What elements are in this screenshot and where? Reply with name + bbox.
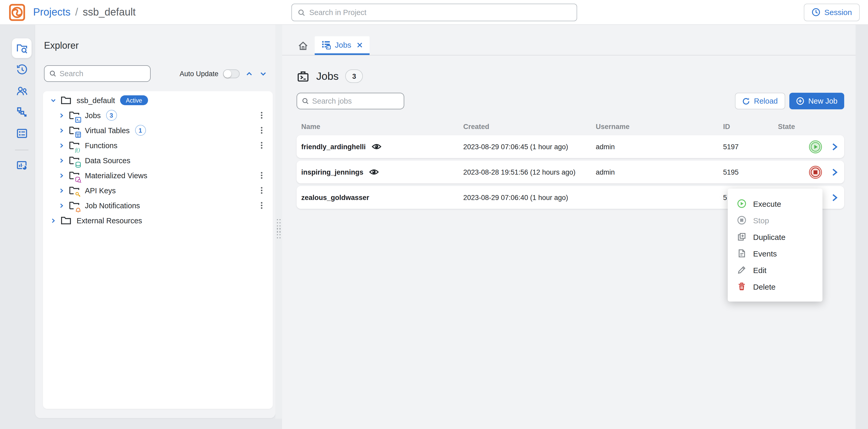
tree-row-external-resources[interactable]: External Resources [43, 213, 273, 228]
chevron-right-icon[interactable] [58, 127, 65, 134]
auto-update-toggle[interactable] [223, 69, 240, 78]
search-icon [297, 8, 305, 16]
eye-icon[interactable] [371, 143, 381, 150]
job-username: admin [596, 168, 723, 176]
tab-bar: Jobs [282, 25, 856, 55]
chevron-right-icon[interactable] [58, 202, 65, 209]
chevron-right-icon[interactable] [58, 172, 65, 179]
tree-row-api-keys[interactable]: API Keys [43, 183, 273, 198]
session-button[interactable]: Session [804, 3, 860, 21]
tree-row-job-notifications[interactable]: Job Notifications [43, 198, 273, 213]
list-box-icon [16, 127, 28, 139]
users-icon [16, 85, 28, 97]
rail-item-users[interactable] [12, 81, 32, 101]
menu-item-label: Edit [753, 265, 767, 274]
tree-label: Job Notifications [85, 201, 140, 209]
stopped-state-icon[interactable] [808, 165, 823, 179]
jobs-count-badge: 3 [345, 69, 363, 83]
clock-icon [811, 8, 820, 17]
refresh-icon [742, 97, 750, 105]
folder-function-icon: f() [69, 141, 80, 150]
column-header-id: ID [723, 123, 778, 131]
job-state-cell [778, 165, 830, 179]
breadcrumb-separator: / [75, 6, 78, 18]
rail-item-lineage[interactable] [12, 102, 32, 122]
rail-item-list[interactable] [12, 123, 32, 143]
explorer-panel: Explorer Auto Update [35, 25, 275, 418]
column-header-state: State [778, 123, 830, 131]
menu-item-events[interactable]: Events [728, 245, 823, 262]
rail-item-explorer[interactable] [12, 38, 32, 58]
menu-item-delete[interactable]: Delete [728, 278, 823, 295]
rail-item-monitoring[interactable] [12, 155, 32, 175]
breadcrumb: Projects / ssb_default [33, 6, 135, 18]
new-job-button[interactable]: New Job [789, 93, 844, 109]
stop-circle-icon [737, 216, 746, 225]
menu-item-label: Duplicate [753, 232, 785, 241]
job-name-cell: friendly_ardinghelli [297, 143, 463, 150]
table-row[interactable]: friendly_ardinghelli 2023-08-29 07:06:45… [297, 135, 844, 158]
menu-item-execute[interactable]: Execute [728, 195, 823, 212]
left-icon-rail [11, 38, 32, 177]
kebab-menu-icon[interactable] [258, 199, 265, 212]
jobs-actions: Reload New Job [735, 93, 844, 109]
kebab-menu-icon[interactable] [258, 109, 265, 121]
chevron-right-icon[interactable] [58, 112, 65, 119]
tab-jobs[interactable]: Jobs [315, 36, 369, 55]
tree-label: ssb_default [76, 96, 115, 105]
kebab-menu-icon[interactable] [258, 124, 265, 137]
play-circle-icon [737, 199, 746, 208]
chevron-right-icon[interactable] [58, 187, 65, 194]
search-icon [302, 97, 309, 105]
project-search-input[interactable] [309, 8, 571, 17]
kebab-menu-icon[interactable] [258, 169, 265, 181]
expand-all-button[interactable] [258, 69, 268, 78]
tree-label: Virtual Tables [85, 126, 130, 135]
folder-bell-icon [69, 201, 80, 210]
divider-drag-handle[interactable] [276, 218, 281, 240]
tree-row-functions[interactable]: f() Functions [43, 138, 273, 153]
breadcrumb-projects-link[interactable]: Projects [33, 6, 71, 18]
tab-home[interactable] [291, 36, 315, 55]
menu-item-duplicate[interactable]: Duplicate [728, 228, 823, 245]
row-chevron-right-icon[interactable] [831, 168, 838, 176]
table-row[interactable]: inspiring_jennings 2023-08-28 19:51:56 (… [297, 161, 844, 183]
folder-database-icon [69, 156, 80, 165]
tree-row-materialized-views[interactable]: Materialized Views [43, 168, 273, 183]
collapse-all-button[interactable] [244, 69, 254, 78]
toggle-knob [224, 70, 231, 78]
explorer-search-input[interactable] [60, 69, 146, 78]
chevron-right-icon[interactable] [58, 157, 65, 164]
row-chevron-right-icon[interactable] [831, 193, 838, 202]
kebab-menu-icon[interactable] [258, 184, 265, 197]
jobs-search-input[interactable] [312, 97, 399, 105]
row-chevron-right-icon[interactable] [831, 142, 838, 151]
eye-icon[interactable] [369, 168, 379, 176]
pencil-icon [737, 265, 746, 275]
tree-label: API Keys [85, 186, 116, 195]
job-name-cell: inspiring_jennings [297, 168, 463, 176]
tree-row-virtual-tables[interactable]: Virtual Tables 1 [43, 123, 273, 138]
tree-row-jobs[interactable]: Jobs 3 [43, 108, 273, 123]
app-root: Projects / ssb_default Session [0, 0, 868, 429]
menu-item-edit[interactable]: Edit [728, 262, 823, 278]
job-created: 2023-08-29 07:06:40 (1 hour ago) [463, 194, 596, 201]
job-name: inspiring_jennings [301, 168, 363, 176]
jobs-search [297, 93, 404, 109]
chevron-down-icon[interactable] [50, 97, 56, 104]
reload-button[interactable]: Reload [735, 93, 785, 109]
tree-row-project[interactable]: ssb_default Active [43, 93, 273, 108]
folder-key-icon [69, 186, 80, 195]
tab-close-icon[interactable] [356, 42, 363, 48]
tree-row-data-sources[interactable]: Data Sources [43, 153, 273, 168]
chevron-right-icon[interactable] [50, 217, 56, 224]
tree-label: Materialized Views [85, 171, 147, 179]
running-state-icon[interactable] [808, 140, 823, 153]
top-bar: Projects / ssb_default Session [0, 0, 868, 25]
rail-item-history[interactable] [12, 60, 32, 79]
app-logo[interactable] [8, 3, 26, 21]
kebab-menu-icon[interactable] [258, 139, 265, 151]
history-icon [16, 63, 28, 76]
chevron-right-icon[interactable] [58, 142, 65, 149]
svg-text:f(): f() [75, 147, 80, 153]
